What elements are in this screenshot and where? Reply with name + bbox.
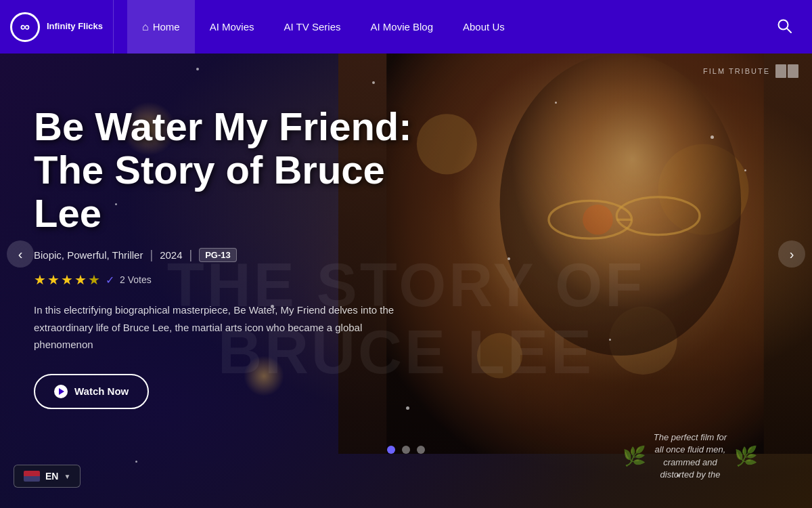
star-2: ★ bbox=[47, 272, 60, 288]
hero-genres: Biopic, Powerful, Thriller bbox=[34, 249, 143, 261]
flag-icon bbox=[24, 471, 40, 482]
star-3: ★ bbox=[61, 272, 73, 288]
carousel-dots bbox=[387, 446, 425, 454]
carousel-next-button[interactable]: › bbox=[778, 240, 805, 268]
language-selector[interactable]: EN ▼ bbox=[14, 465, 81, 488]
film-strip-icon bbox=[775, 64, 798, 78]
carousel-dot-2[interactable] bbox=[402, 446, 410, 454]
award-badge: 🌿 The perfect film for all once fluid me… bbox=[623, 431, 758, 481]
carousel-prev-button[interactable]: ‹ bbox=[7, 240, 34, 268]
carousel-dot-1[interactable] bbox=[387, 446, 395, 454]
search-button[interactable] bbox=[770, 12, 798, 43]
hero-year: 2024 bbox=[160, 249, 182, 261]
star-5: ★ bbox=[88, 272, 100, 288]
nav-ai-tv-series[interactable]: AI TV Series bbox=[269, 0, 356, 54]
award-text: The perfect film for all once fluid men,… bbox=[650, 431, 731, 481]
rating-badge: PG-13 bbox=[199, 248, 237, 262]
carousel-dot-3[interactable] bbox=[417, 446, 425, 454]
play-icon bbox=[54, 385, 68, 398]
nav-ai-movie-blog[interactable]: AI Movie Blog bbox=[355, 0, 448, 54]
svg-line-1 bbox=[787, 28, 791, 33]
nav-ai-movies[interactable]: AI Movies bbox=[195, 0, 269, 54]
language-label: EN bbox=[45, 471, 58, 482]
nav-links: ⌂ Home AI Movies AI TV Series AI Movie B… bbox=[114, 0, 770, 54]
laurel-right-icon: 🌿 bbox=[734, 443, 758, 469]
home-icon: ⌂ bbox=[142, 21, 149, 33]
chevron-down-icon: ▼ bbox=[64, 473, 70, 480]
watch-now-button[interactable]: Watch Now bbox=[34, 374, 149, 409]
stars-row: ★ ★ ★ ★ ★ ✓ 2 Votes bbox=[34, 272, 426, 288]
navbar: Infinity Flicks ⌂ Home AI Movies AI TV S… bbox=[0, 0, 812, 54]
hero-description: In this electrifying biographical master… bbox=[34, 301, 413, 354]
star-4: ★ bbox=[74, 272, 87, 288]
svg-point-7 bbox=[499, 54, 741, 356]
hero-meta: Biopic, Powerful, Thriller | 2024 | PG-1… bbox=[34, 248, 426, 262]
watch-btn-label: Watch Now bbox=[74, 385, 129, 397]
star-rating: ★ ★ ★ ★ ★ bbox=[34, 272, 100, 288]
svg-point-6 bbox=[477, 333, 522, 379]
logo-icon bbox=[10, 12, 40, 42]
logo[interactable]: Infinity Flicks bbox=[0, 0, 114, 54]
meta-divider-2: | bbox=[189, 248, 193, 262]
logo-text: Infinity Flicks bbox=[47, 21, 103, 33]
svg-point-11 bbox=[583, 205, 613, 235]
votes-count: 2 Votes bbox=[120, 274, 152, 285]
nav-about-us[interactable]: About Us bbox=[448, 0, 520, 54]
hero-content: Be Water My Friend: The Story of Bruce L… bbox=[0, 54, 460, 454]
play-triangle bbox=[59, 388, 64, 395]
nav-home[interactable]: ⌂ Home bbox=[127, 0, 195, 54]
hero-title: Be Water My Friend: The Story of Bruce L… bbox=[34, 105, 426, 234]
laurel-left-icon: 🌿 bbox=[623, 443, 646, 469]
hero-section: THE STORY OF BRUCE LEE bbox=[0, 0, 812, 508]
star-1: ★ bbox=[34, 272, 46, 288]
meta-divider-1: | bbox=[150, 248, 153, 262]
verified-icon: ✓ bbox=[106, 274, 114, 287]
film-tribute-badge: FILM TRIBUTE bbox=[703, 64, 798, 78]
